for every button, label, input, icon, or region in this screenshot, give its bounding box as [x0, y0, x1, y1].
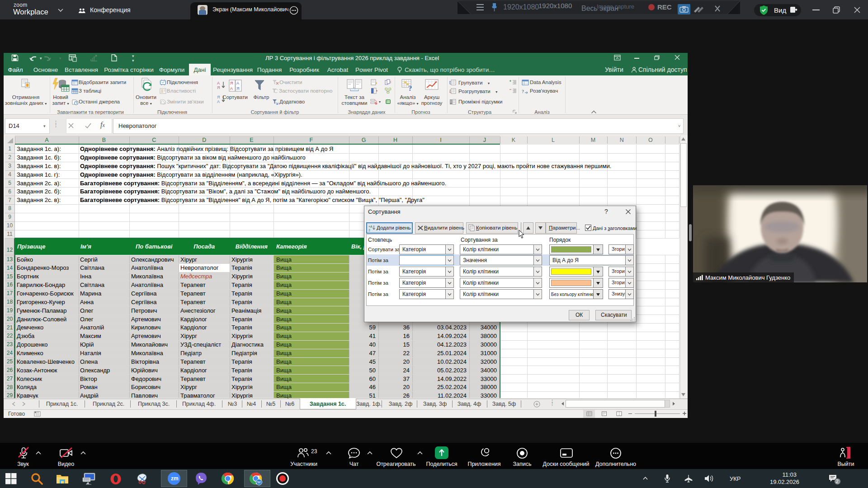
svg-text:Я: Я: [230, 81, 233, 85]
svg-text:А: А: [217, 81, 220, 85]
svg-text:А: А: [236, 81, 239, 85]
svg-text:+A: +A: [368, 225, 373, 228]
svg-text:Я: Я: [236, 86, 240, 91]
svg-text:?: ?: [408, 84, 412, 92]
svg-text:Я: Я: [217, 85, 220, 90]
svg-text:Я: Я: [217, 95, 220, 99]
svg-text:2: 2: [368, 229, 370, 231]
svg-text:А: А: [217, 99, 220, 104]
svg-text:?: ?: [522, 89, 524, 94]
svg-text:А: А: [230, 86, 233, 91]
